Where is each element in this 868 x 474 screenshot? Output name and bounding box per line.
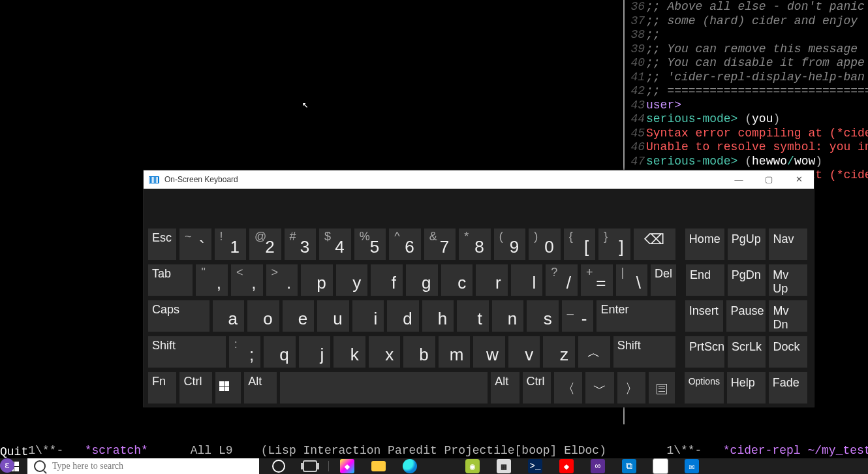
key-alt[interactable]: Alt bbox=[243, 371, 277, 404]
key-k[interactable]: k bbox=[333, 336, 366, 368]
key-char[interactable]: ," bbox=[195, 264, 228, 296]
key-pgup[interactable]: PgUp bbox=[727, 228, 767, 261]
key-down-arrow[interactable]: ﹀ bbox=[585, 371, 614, 404]
taskbar-powershell-button[interactable]: >_ bbox=[519, 458, 551, 474]
key-scrlk[interactable]: ScrLk bbox=[727, 336, 767, 368]
key-mv-dn[interactable]: Mv Dn bbox=[768, 300, 808, 332]
key-char[interactable]: ;: bbox=[228, 336, 262, 368]
key-p[interactable]: p bbox=[300, 264, 333, 296]
key-menu[interactable] bbox=[648, 371, 675, 404]
key-char[interactable]: .> bbox=[266, 264, 299, 296]
key-j[interactable]: j bbox=[298, 336, 332, 368]
key-b[interactable]: b bbox=[403, 336, 436, 368]
key-enter[interactable]: Enter bbox=[596, 300, 676, 332]
taskbar-cortana-button[interactable] bbox=[263, 458, 294, 474]
key-8[interactable]: 8* bbox=[458, 228, 491, 261]
key-4[interactable]: 4$ bbox=[318, 228, 352, 261]
key-z[interactable]: z bbox=[542, 336, 576, 368]
key-fn[interactable]: Fn bbox=[147, 371, 177, 404]
close-button[interactable]: ✕ bbox=[784, 170, 814, 189]
key-char[interactable]: ,< bbox=[230, 264, 264, 296]
key-alt[interactable]: Alt bbox=[490, 371, 519, 404]
taskbar-file-explorer-button[interactable] bbox=[363, 458, 394, 474]
key-options[interactable]: Options bbox=[684, 371, 724, 404]
key-g[interactable]: g bbox=[405, 264, 439, 296]
key-f[interactable]: f bbox=[370, 264, 403, 296]
key-t[interactable]: t bbox=[456, 300, 489, 332]
key-6[interactable]: 6^ bbox=[388, 228, 422, 261]
key-fade[interactable]: Fade bbox=[768, 371, 808, 404]
taskbar-calculator-button[interactable]: ▦ bbox=[488, 458, 519, 474]
key-char[interactable]: `~ bbox=[179, 228, 212, 261]
cider-repl-pane[interactable]: 36;; Above all else - don't panic37;; so… bbox=[627, 0, 868, 183]
key-help[interactable]: Help bbox=[726, 371, 766, 404]
taskbar-git-button[interactable]: ◆ bbox=[551, 458, 582, 474]
key-0[interactable]: 0) bbox=[528, 228, 561, 261]
taskbar-edge-button[interactable] bbox=[394, 458, 426, 474]
key-d[interactable]: d bbox=[386, 300, 420, 332]
key-backspace[interactable]: ⌫ bbox=[633, 228, 676, 261]
key-caps[interactable]: Caps bbox=[147, 300, 210, 332]
key-w[interactable]: w bbox=[473, 336, 506, 368]
minimize-button[interactable]: — bbox=[724, 170, 754, 189]
key-v[interactable]: v bbox=[508, 336, 541, 368]
key-y[interactable]: y bbox=[335, 264, 369, 296]
key-u[interactable]: u bbox=[317, 300, 350, 332]
taskbar-task-view-button[interactable] bbox=[294, 458, 326, 474]
taskbar-mail-button[interactable]: ✉ bbox=[676, 458, 707, 474]
key-home[interactable]: Home bbox=[685, 228, 725, 261]
osk-titlebar[interactable]: On-Screen Keyboard — ▢ ✕ bbox=[144, 170, 814, 189]
key-h[interactable]: h bbox=[422, 300, 455, 332]
key-pause[interactable]: Pause bbox=[726, 300, 766, 332]
key-char[interactable]: /? bbox=[545, 264, 578, 296]
key-pgdn[interactable]: PgDn bbox=[727, 264, 767, 296]
key-o[interactable]: o bbox=[247, 300, 280, 332]
key-9[interactable]: 9( bbox=[493, 228, 527, 261]
key-windows[interactable] bbox=[215, 371, 242, 404]
key-insert[interactable]: Insert bbox=[685, 300, 724, 332]
taskbar-visual-studio-button[interactable]: ∞ bbox=[582, 458, 613, 474]
key-prtscn[interactable]: PrtScn bbox=[685, 336, 725, 368]
key-shift[interactable]: Shift bbox=[147, 336, 226, 368]
key-mv-up[interactable]: Mv Up bbox=[768, 264, 808, 296]
key-del[interactable]: Del bbox=[650, 264, 677, 296]
key-r[interactable]: r bbox=[475, 264, 508, 296]
key-3[interactable]: 3# bbox=[284, 228, 317, 261]
key-q[interactable]: q bbox=[263, 336, 296, 368]
key-l[interactable]: l bbox=[510, 264, 544, 296]
key-ctrl[interactable]: Ctrl bbox=[522, 371, 551, 404]
key-left-arrow[interactable]: 〈 bbox=[553, 371, 583, 404]
key-m[interactable]: m bbox=[438, 336, 471, 368]
taskbar-search-box[interactable]: Type here to search bbox=[27, 458, 259, 474]
key-char[interactable]: -_ bbox=[561, 300, 595, 332]
key-dock[interactable]: Dock bbox=[768, 336, 808, 368]
key-char[interactable]: \| bbox=[615, 264, 649, 296]
key-nav[interactable]: Nav bbox=[768, 228, 808, 261]
key-1[interactable]: 1! bbox=[214, 228, 247, 261]
taskbar-vscode-button[interactable]: ⧉ bbox=[613, 458, 645, 474]
key-a[interactable]: a bbox=[212, 300, 245, 332]
key-char[interactable]: =+ bbox=[580, 264, 613, 296]
key-i[interactable]: i bbox=[352, 300, 385, 332]
key-e[interactable]: e bbox=[282, 300, 315, 332]
key-x[interactable]: x bbox=[368, 336, 401, 368]
key-c[interactable]: c bbox=[441, 264, 474, 296]
key-up-arrow[interactable]: ︿ bbox=[578, 336, 611, 368]
taskbar-android-button[interactable]: ◉ bbox=[457, 458, 488, 474]
key-esc[interactable]: Esc bbox=[147, 228, 177, 261]
key-shift[interactable]: Shift bbox=[613, 336, 676, 368]
key-char[interactable]: ]} bbox=[598, 228, 631, 261]
key-tab[interactable]: Tab bbox=[147, 264, 193, 296]
taskbar-notepad-button[interactable] bbox=[645, 458, 676, 474]
key-spacebar[interactable] bbox=[279, 371, 489, 404]
key-7[interactable]: 7& bbox=[424, 228, 457, 261]
key-5[interactable]: 5% bbox=[354, 228, 387, 261]
key-ctrl[interactable]: Ctrl bbox=[179, 371, 212, 404]
maximize-button[interactable]: ▢ bbox=[754, 170, 784, 189]
key-end[interactable]: End bbox=[685, 264, 725, 296]
taskbar-emacs-button[interactable]: ε bbox=[426, 458, 457, 474]
key-char[interactable]: [{ bbox=[563, 228, 597, 261]
key-s[interactable]: s bbox=[526, 300, 559, 332]
key-right-arrow[interactable]: 〉 bbox=[617, 371, 646, 404]
key-2[interactable]: 2@ bbox=[249, 228, 282, 261]
